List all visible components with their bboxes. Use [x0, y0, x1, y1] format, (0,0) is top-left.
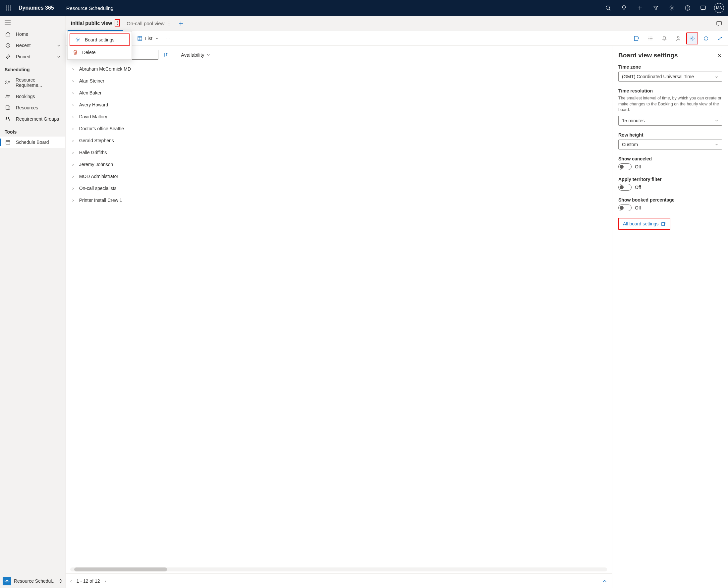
- book-icon[interactable]: [630, 33, 643, 44]
- board-view-settings-panel: Board view settings Time zone (GMT) Coor…: [612, 46, 728, 588]
- territory-filter-toggle[interactable]: [618, 184, 631, 191]
- tab-kebab-icon[interactable]: [115, 19, 120, 26]
- nav-resources[interactable]: Resources: [0, 102, 65, 113]
- resource-row[interactable]: ›Jeremy Johnson: [66, 159, 612, 170]
- chevron-down-icon: [715, 75, 719, 79]
- nav-toggle-button[interactable]: [0, 16, 65, 28]
- nav-recent[interactable]: Recent: [0, 40, 65, 51]
- time-resolution-select[interactable]: 15 minutes: [618, 116, 722, 126]
- all-board-settings-link[interactable]: All board settings: [618, 218, 670, 230]
- legend-icon[interactable]: [644, 33, 657, 44]
- resource-row[interactable]: ›Alex Baker: [66, 87, 612, 99]
- home-icon: [5, 31, 11, 37]
- nav-label: Schedule Board: [16, 140, 49, 145]
- prev-page-button[interactable]: ‹: [70, 579, 72, 584]
- person-icon[interactable]: [672, 33, 684, 44]
- resource-name: Printer Install Crew 1: [79, 197, 122, 203]
- user-avatar[interactable]: MA: [714, 3, 724, 13]
- pager-bar: ‹ 1 - 12 of 12 ›: [66, 573, 612, 588]
- resource-row[interactable]: ›Doctor's office Seattle: [66, 123, 612, 134]
- view-mode-label: List: [145, 36, 152, 41]
- nav-bookings[interactable]: Bookings: [0, 91, 65, 102]
- filter-icon[interactable]: [648, 0, 663, 16]
- tab-kebab-icon[interactable]: [167, 21, 171, 26]
- booked-percentage-toggle[interactable]: [618, 205, 631, 211]
- next-page-button[interactable]: ›: [105, 579, 106, 584]
- row-height-select[interactable]: Custom: [618, 140, 722, 149]
- resource-row[interactable]: ›Halle Griffiths: [66, 147, 612, 159]
- pager-text: 1 - 12 of 12: [77, 579, 100, 584]
- help-icon[interactable]: [680, 0, 695, 16]
- tab-initial-public-view[interactable]: Initial public view: [68, 16, 123, 31]
- resource-row[interactable]: ›David Mallory: [66, 111, 612, 123]
- board-toolbar: List ⋯: [66, 31, 728, 46]
- nav-schedule-board[interactable]: Schedule Board: [0, 136, 65, 148]
- people-icon: [5, 94, 11, 99]
- availability-filter[interactable]: Availability: [181, 52, 210, 58]
- resource-name: Jeremy Johnson: [79, 162, 113, 167]
- nav-label: Recent: [16, 43, 30, 48]
- assistant-icon[interactable]: [696, 0, 711, 16]
- avatar-initials: MA: [716, 6, 722, 10]
- app-launcher-button[interactable]: [4, 3, 13, 13]
- main-content: Initial public view On-call pool view: [66, 16, 728, 588]
- assistant-panel-icon[interactable]: [713, 17, 726, 30]
- svg-rect-32: [6, 141, 10, 144]
- chevron-right-icon: ›: [72, 66, 74, 71]
- chevron-right-icon: ›: [72, 197, 74, 203]
- nav-requirement-groups[interactable]: Requirement Groups: [0, 113, 65, 125]
- field-label: Time resolution: [618, 88, 722, 93]
- nav-pinned[interactable]: Pinned: [0, 51, 65, 62]
- lightbulb-icon[interactable]: [617, 0, 631, 16]
- field-label: Show booked percentage: [618, 197, 722, 203]
- tab-context-menu: Board settings Delete: [67, 31, 132, 60]
- view-mode-list[interactable]: List: [134, 34, 162, 43]
- brand-label[interactable]: Dynamics 365: [19, 5, 54, 11]
- resource-row[interactable]: ›Abraham McCormick MD: [66, 63, 612, 75]
- notifications-icon[interactable]: [658, 33, 670, 44]
- chevron-right-icon: ›: [72, 162, 74, 167]
- svg-rect-50: [635, 36, 638, 40]
- nav-label: Resources: [16, 105, 38, 110]
- tab-on-call-pool-view[interactable]: On-call pool view: [123, 16, 174, 31]
- nav-home[interactable]: Home: [0, 28, 65, 40]
- menu-board-settings[interactable]: Board settings: [70, 34, 130, 46]
- resource-row[interactable]: ›Printer Install Crew 1: [66, 194, 612, 206]
- area-switcher[interactable]: RS Resource Schedul...: [0, 574, 65, 588]
- field-booked-percentage: Show booked percentage Off: [618, 197, 722, 211]
- time-zone-select[interactable]: (GMT) Coordinated Universal Time: [618, 71, 722, 82]
- svg-point-37: [117, 23, 117, 23]
- nav-label: Pinned: [16, 54, 30, 59]
- collapse-panel-icon[interactable]: [602, 579, 607, 583]
- resource-name: David Mallory: [79, 114, 107, 119]
- add-tab-button[interactable]: [174, 21, 188, 26]
- refresh-icon[interactable]: [700, 33, 712, 44]
- nav-resource-requirements[interactable]: Resource Requireme...: [0, 74, 65, 91]
- resource-row[interactable]: ›Alan Steiner: [66, 75, 612, 87]
- expand-icon[interactable]: [714, 33, 726, 44]
- tab-label: Initial public view: [71, 20, 112, 26]
- settings-icon[interactable]: [664, 0, 679, 16]
- header-actions: MA: [601, 0, 724, 16]
- svg-point-38: [117, 24, 117, 25]
- field-time-zone: Time zone (GMT) Coordinated Universal Ti…: [618, 64, 722, 82]
- search-icon[interactable]: [601, 0, 615, 16]
- chevron-right-icon: ›: [72, 150, 74, 155]
- menu-delete[interactable]: Delete: [68, 47, 132, 58]
- chevron-right-icon: ›: [72, 102, 74, 107]
- sort-icon[interactable]: [163, 52, 168, 57]
- resource-row[interactable]: ›MOD Administrator: [66, 170, 612, 182]
- svg-point-2: [10, 6, 11, 7]
- horizontal-scrollbar[interactable]: [70, 567, 607, 571]
- board-settings-gear-icon[interactable]: [686, 33, 698, 44]
- group-icon: [5, 116, 11, 122]
- close-panel-button[interactable]: [717, 53, 722, 58]
- resource-row[interactable]: ›On-call specialists: [66, 182, 612, 194]
- resource-row[interactable]: ›Gerald Stephens: [66, 134, 612, 147]
- more-commands-icon[interactable]: ⋯: [162, 33, 174, 44]
- add-icon[interactable]: [633, 0, 647, 16]
- show-canceled-toggle[interactable]: [618, 163, 631, 170]
- resource-row[interactable]: ›Avery Howard: [66, 99, 612, 111]
- chevron-right-icon: ›: [72, 78, 74, 84]
- link-label: All board settings: [623, 221, 658, 226]
